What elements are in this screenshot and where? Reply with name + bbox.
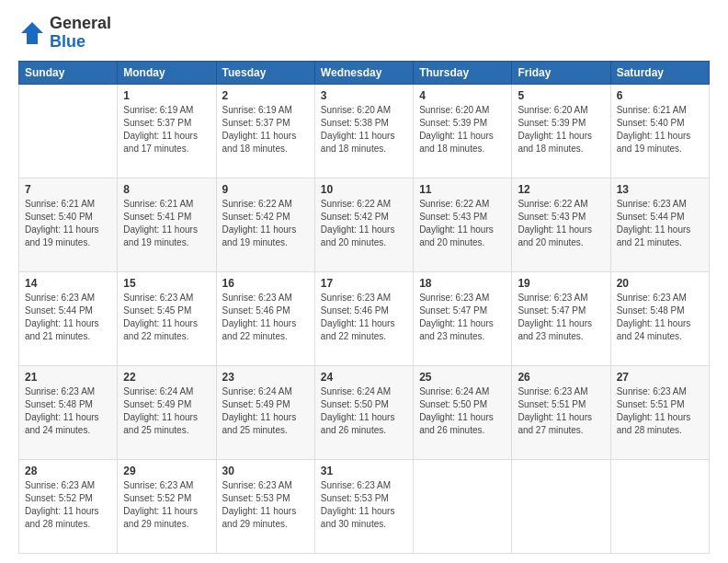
day-info: Sunrise: 6:24 AM Sunset: 5:50 PM Dayligh… bbox=[321, 385, 407, 437]
calendar-cell: 27Sunrise: 6:23 AM Sunset: 5:51 PM Dayli… bbox=[610, 365, 709, 459]
calendar-cell: 2Sunrise: 6:19 AM Sunset: 5:37 PM Daylig… bbox=[216, 84, 314, 178]
calendar-cell: 13Sunrise: 6:23 AM Sunset: 5:44 PM Dayli… bbox=[610, 178, 709, 271]
day-info: Sunrise: 6:23 AM Sunset: 5:45 PM Dayligh… bbox=[123, 292, 210, 343]
day-number: 15 bbox=[123, 277, 210, 290]
day-number: 2 bbox=[222, 89, 309, 102]
calendar-week-4: 21Sunrise: 6:23 AM Sunset: 5:48 PM Dayli… bbox=[19, 365, 710, 459]
day-info: Sunrise: 6:23 AM Sunset: 5:47 PM Dayligh… bbox=[419, 292, 506, 343]
day-number: 30 bbox=[222, 465, 309, 477]
day-number: 1 bbox=[123, 89, 210, 102]
day-info: Sunrise: 6:24 AM Sunset: 5:50 PM Dayligh… bbox=[419, 385, 506, 437]
day-info: Sunrise: 6:23 AM Sunset: 5:51 PM Dayligh… bbox=[518, 385, 604, 437]
calendar-cell bbox=[512, 459, 610, 553]
calendar-cell: 4Sunrise: 6:20 AM Sunset: 5:39 PM Daylig… bbox=[414, 84, 512, 178]
calendar-cell: 3Sunrise: 6:20 AM Sunset: 5:38 PM Daylig… bbox=[314, 84, 413, 178]
day-number: 16 bbox=[222, 277, 309, 290]
day-info: Sunrise: 6:19 AM Sunset: 5:37 PM Dayligh… bbox=[123, 104, 210, 155]
day-info: Sunrise: 6:21 AM Sunset: 5:40 PM Dayligh… bbox=[617, 104, 703, 155]
header: General Blue bbox=[18, 15, 710, 52]
day-info: Sunrise: 6:24 AM Sunset: 5:49 PM Dayligh… bbox=[123, 385, 210, 437]
page: General Blue SundayMondayTuesdayWednesda… bbox=[0, 0, 728, 563]
day-number: 4 bbox=[419, 89, 506, 102]
calendar-header-friday: Friday bbox=[512, 61, 610, 84]
day-info: Sunrise: 6:19 AM Sunset: 5:37 PM Dayligh… bbox=[222, 104, 309, 155]
day-info: Sunrise: 6:23 AM Sunset: 5:44 PM Dayligh… bbox=[617, 198, 703, 249]
svg-marker-0 bbox=[21, 22, 43, 44]
day-number: 6 bbox=[617, 89, 703, 102]
calendar-cell: 30Sunrise: 6:23 AM Sunset: 5:53 PM Dayli… bbox=[216, 459, 314, 553]
day-number: 24 bbox=[321, 371, 407, 384]
calendar-cell: 11Sunrise: 6:22 AM Sunset: 5:43 PM Dayli… bbox=[414, 178, 512, 271]
calendar-week-2: 7Sunrise: 6:21 AM Sunset: 5:40 PM Daylig… bbox=[19, 178, 710, 271]
calendar-cell: 15Sunrise: 6:23 AM Sunset: 5:45 PM Dayli… bbox=[118, 271, 216, 365]
calendar-cell: 7Sunrise: 6:21 AM Sunset: 5:40 PM Daylig… bbox=[19, 178, 118, 271]
calendar-cell bbox=[414, 459, 512, 553]
day-info: Sunrise: 6:23 AM Sunset: 5:53 PM Dayligh… bbox=[321, 479, 407, 531]
day-info: Sunrise: 6:20 AM Sunset: 5:38 PM Dayligh… bbox=[321, 104, 407, 155]
day-info: Sunrise: 6:20 AM Sunset: 5:39 PM Dayligh… bbox=[518, 104, 604, 155]
calendar-cell: 10Sunrise: 6:22 AM Sunset: 5:42 PM Dayli… bbox=[314, 178, 413, 271]
day-number: 27 bbox=[617, 371, 703, 384]
calendar-cell: 12Sunrise: 6:22 AM Sunset: 5:43 PM Dayli… bbox=[512, 178, 610, 271]
calendar-cell: 6Sunrise: 6:21 AM Sunset: 5:40 PM Daylig… bbox=[610, 84, 709, 178]
calendar-header-row: SundayMondayTuesdayWednesdayThursdayFrid… bbox=[19, 61, 710, 84]
calendar-cell: 5Sunrise: 6:20 AM Sunset: 5:39 PM Daylig… bbox=[512, 84, 610, 178]
day-number: 17 bbox=[321, 277, 407, 290]
day-number: 10 bbox=[321, 183, 407, 196]
calendar-cell: 22Sunrise: 6:24 AM Sunset: 5:49 PM Dayli… bbox=[118, 365, 216, 459]
calendar-cell: 28Sunrise: 6:23 AM Sunset: 5:52 PM Dayli… bbox=[19, 459, 118, 553]
calendar-cell bbox=[610, 459, 709, 553]
day-info: Sunrise: 6:23 AM Sunset: 5:44 PM Dayligh… bbox=[25, 292, 111, 343]
day-info: Sunrise: 6:22 AM Sunset: 5:43 PM Dayligh… bbox=[419, 198, 506, 249]
calendar-cell: 21Sunrise: 6:23 AM Sunset: 5:48 PM Dayli… bbox=[19, 365, 118, 459]
day-number: 19 bbox=[518, 277, 604, 290]
calendar-cell: 29Sunrise: 6:23 AM Sunset: 5:52 PM Dayli… bbox=[118, 459, 216, 553]
logo-text: General Blue bbox=[50, 15, 111, 52]
day-number: 21 bbox=[25, 371, 111, 384]
day-number: 26 bbox=[518, 371, 604, 384]
calendar-header-saturday: Saturday bbox=[610, 61, 709, 84]
logo-icon bbox=[18, 19, 46, 47]
calendar-cell: 9Sunrise: 6:22 AM Sunset: 5:42 PM Daylig… bbox=[216, 178, 314, 271]
day-info: Sunrise: 6:23 AM Sunset: 5:46 PM Dayligh… bbox=[222, 292, 309, 343]
day-number: 8 bbox=[123, 183, 210, 196]
day-info: Sunrise: 6:22 AM Sunset: 5:42 PM Dayligh… bbox=[222, 198, 309, 249]
calendar-header-tuesday: Tuesday bbox=[216, 61, 314, 84]
calendar-cell: 14Sunrise: 6:23 AM Sunset: 5:44 PM Dayli… bbox=[19, 271, 118, 365]
calendar-cell: 1Sunrise: 6:19 AM Sunset: 5:37 PM Daylig… bbox=[118, 84, 216, 178]
day-info: Sunrise: 6:23 AM Sunset: 5:51 PM Dayligh… bbox=[617, 385, 703, 437]
calendar-cell: 16Sunrise: 6:23 AM Sunset: 5:46 PM Dayli… bbox=[216, 271, 314, 365]
calendar-cell: 8Sunrise: 6:21 AM Sunset: 5:41 PM Daylig… bbox=[118, 178, 216, 271]
calendar-cell: 23Sunrise: 6:24 AM Sunset: 5:49 PM Dayli… bbox=[216, 365, 314, 459]
day-number: 13 bbox=[617, 183, 703, 196]
logo: General Blue bbox=[18, 15, 111, 52]
day-number: 7 bbox=[25, 183, 111, 196]
calendar-header-wednesday: Wednesday bbox=[314, 61, 413, 84]
calendar-header-thursday: Thursday bbox=[414, 61, 512, 84]
calendar-week-5: 28Sunrise: 6:23 AM Sunset: 5:52 PM Dayli… bbox=[19, 459, 710, 553]
calendar-cell: 26Sunrise: 6:23 AM Sunset: 5:51 PM Dayli… bbox=[512, 365, 610, 459]
day-info: Sunrise: 6:23 AM Sunset: 5:47 PM Dayligh… bbox=[518, 292, 604, 343]
day-info: Sunrise: 6:23 AM Sunset: 5:53 PM Dayligh… bbox=[222, 479, 309, 531]
day-info: Sunrise: 6:21 AM Sunset: 5:40 PM Dayligh… bbox=[25, 198, 111, 249]
day-number: 28 bbox=[25, 465, 111, 477]
calendar-week-3: 14Sunrise: 6:23 AM Sunset: 5:44 PM Dayli… bbox=[19, 271, 710, 365]
calendar-header-sunday: Sunday bbox=[19, 61, 118, 84]
day-number: 22 bbox=[123, 371, 210, 384]
calendar-cell: 31Sunrise: 6:23 AM Sunset: 5:53 PM Dayli… bbox=[314, 459, 413, 553]
day-number: 20 bbox=[617, 277, 703, 290]
day-info: Sunrise: 6:23 AM Sunset: 5:48 PM Dayligh… bbox=[617, 292, 703, 343]
calendar-cell bbox=[19, 84, 118, 178]
day-number: 25 bbox=[419, 371, 506, 384]
day-number: 31 bbox=[321, 465, 407, 477]
day-number: 11 bbox=[419, 183, 506, 196]
day-number: 29 bbox=[123, 465, 210, 477]
day-info: Sunrise: 6:24 AM Sunset: 5:49 PM Dayligh… bbox=[222, 385, 309, 437]
day-number: 5 bbox=[518, 89, 604, 102]
calendar-cell: 18Sunrise: 6:23 AM Sunset: 5:47 PM Dayli… bbox=[414, 271, 512, 365]
day-info: Sunrise: 6:23 AM Sunset: 5:48 PM Dayligh… bbox=[25, 385, 111, 437]
calendar-cell: 24Sunrise: 6:24 AM Sunset: 5:50 PM Dayli… bbox=[314, 365, 413, 459]
day-number: 12 bbox=[518, 183, 604, 196]
day-number: 23 bbox=[222, 371, 309, 384]
calendar-header-monday: Monday bbox=[118, 61, 216, 84]
